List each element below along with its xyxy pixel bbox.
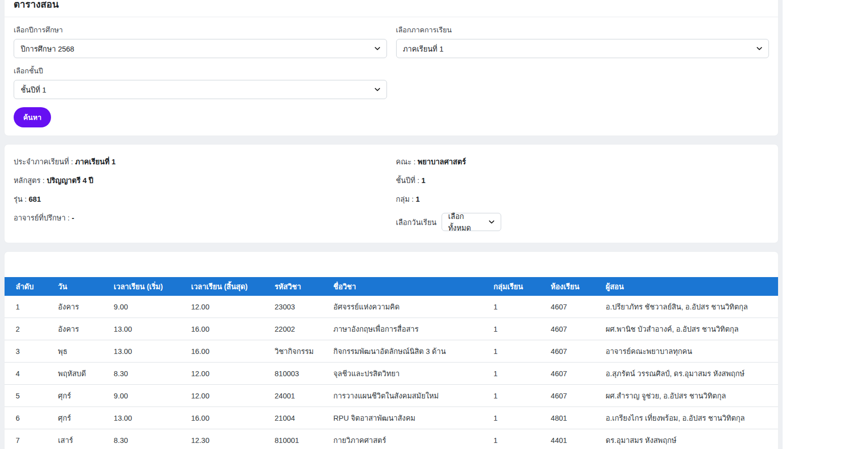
table-cell: 24001 xyxy=(268,385,326,407)
table-cell: 1 xyxy=(487,296,544,318)
chevron-down-icon xyxy=(374,86,381,93)
table-cell: 16.00 xyxy=(184,340,267,363)
semester-select[interactable]: ภาคเรียนที่ 1 xyxy=(396,39,769,58)
table-cell: 1 xyxy=(487,340,544,363)
info-card: ประจำภาคเรียนที่ : ภาคเรียนที่ 1หลักสูตร… xyxy=(4,144,779,243)
column-header: ชื่อวิชา xyxy=(326,277,487,296)
table-cell: ผศ.สำราญ จูช่วย, อ.อัปสร ชานวิทิตกุล xyxy=(599,385,778,407)
semester-label: เลือกภาคการเรียน xyxy=(396,24,769,35)
year-level-label: เลือกชั้นปี xyxy=(14,65,387,76)
table-cell: 1 xyxy=(5,296,51,318)
column-header: เวลาเรียน (เริ่ม) xyxy=(107,277,184,296)
table-cell: กายวิภาคศาสตร์ xyxy=(326,429,487,449)
table-cell: 12.30 xyxy=(184,429,267,449)
day-filter-label: เลือกวันเรียน xyxy=(396,216,437,228)
year-field: เลือกปีการศึกษา ปีการศึกษา 2568 xyxy=(14,24,387,58)
table-cell: 8.30 xyxy=(107,429,184,449)
table-cell: 6 xyxy=(5,407,51,429)
info-line: คณะ : พยาบาลศาสตร์ xyxy=(396,157,769,167)
table-cell: 4607 xyxy=(544,385,599,407)
table-cell: 9.00 xyxy=(107,296,184,318)
table-cell: ภาษาอังกฤษเพื่อการสื่อสาร xyxy=(326,318,487,340)
table-cell: 4607 xyxy=(544,318,599,340)
table-cell: ศุกร์ xyxy=(51,385,107,407)
table-cell: จุลชีวและปรสิตวิทยา xyxy=(326,363,487,385)
semester-select-value: ภาคเรียนที่ 1 xyxy=(403,43,444,55)
table-row: 3พุธ13.0016.00วิชากิจกรรมกิจกรรมพัฒนาอัต… xyxy=(5,340,778,363)
table-cell: 13.00 xyxy=(107,340,184,363)
table-cell: กิจกรรมพัฒนาอัตลักษณ์นิสิต 3 ด้าน xyxy=(326,340,487,363)
table-cell: 1 xyxy=(487,407,544,429)
page-title: ตารางสอน xyxy=(14,0,769,12)
filter-card-header: ตารางสอน xyxy=(5,0,778,17)
table-cell: อ.เกรียงไกร เที่ยงพร้อม, อ.อัปสร ชานวิทิ… xyxy=(599,407,778,429)
table-cell: 23003 xyxy=(268,296,326,318)
table-cell: 8.30 xyxy=(107,363,184,385)
filter-card-body: เลือกปีการศึกษา ปีการศึกษา 2568 เลือกภาค… xyxy=(5,17,778,136)
table-cell: เสาร์ xyxy=(51,429,107,449)
table-cell: 21004 xyxy=(268,407,326,429)
table-cell: ศุกร์ xyxy=(51,407,107,429)
table-row: 2อังคาร13.0016.0022002ภาษาอังกฤษเพื่อการ… xyxy=(5,318,778,340)
table-cell: 1 xyxy=(487,385,544,407)
day-select[interactable]: เลือกทั้งหมด xyxy=(442,213,501,231)
table-cell: 1 xyxy=(487,429,544,449)
search-button[interactable]: ค้นหา xyxy=(14,107,51,127)
table-cell: วิชากิจกรรม xyxy=(268,340,326,363)
page: ตารางสอน เลือกปีการศึกษา ปีการศึกษา 2568… xyxy=(0,0,783,449)
info-line: รุ่น : 681 xyxy=(14,194,387,204)
table-cell: อาจารย์คณะพยาบาลทุกคน xyxy=(599,340,778,363)
filter-card: ตารางสอน เลือกปีการศึกษา ปีการศึกษา 2568… xyxy=(4,0,779,136)
table-row: 4พฤหัสบดี8.3012.00810003จุลชีวและปรสิตวิ… xyxy=(5,363,778,385)
schedule-table: ลำดับวันเวลาเรียน (เริ่ม)เวลาเรียน (สิ้น… xyxy=(5,277,778,449)
info-left-column: ประจำภาคเรียนที่ : ภาคเรียนที่ 1หลักสูตร… xyxy=(14,157,387,232)
table-cell: อ.ปรียาภัทร ชัชวาลย์สิน, อ.อัปสร ชานวิทิ… xyxy=(599,296,778,318)
table-cell: อ.สุภรัตน์ วรรณศิลป์, ดร.อุมาสมร หังสพฤก… xyxy=(599,363,778,385)
year-select-value: ปีการศึกษา 2568 xyxy=(21,43,74,55)
table-header-row: ลำดับวันเวลาเรียน (เริ่ม)เวลาเรียน (สิ้น… xyxy=(5,277,778,296)
day-filter: เลือกวันเรียน เลือกทั้งหมด xyxy=(396,213,769,231)
year-level-select-value: ชั้นปีที่ 1 xyxy=(21,84,46,96)
year-select[interactable]: ปีการศึกษา 2568 xyxy=(14,39,387,58)
table-cell: 810001 xyxy=(268,429,326,449)
table-cell: 4607 xyxy=(544,363,599,385)
table-cell: RPU จิตอาสาพัฒนาสังคม xyxy=(326,407,487,429)
chevron-down-icon xyxy=(756,45,763,52)
table-cell: ผศ.พานิช บัวสำอางค์, อ.อัปสร ชานวิทิตกุล xyxy=(599,318,778,340)
year-level-select[interactable]: ชั้นปีที่ 1 xyxy=(14,80,387,99)
table-cell: 12.00 xyxy=(184,363,267,385)
table-cell: อัศจรรย์แห่งความคิด xyxy=(326,296,487,318)
table-cell: 4 xyxy=(5,363,51,385)
table-row: 1อังคาร9.0012.0023003อัศจรรย์แห่งความคิด… xyxy=(5,296,778,318)
year-label: เลือกปีการศึกษา xyxy=(14,24,387,35)
table-cell: 1 xyxy=(487,318,544,340)
table-cell: 2 xyxy=(5,318,51,340)
info-line: ประจำภาคเรียนที่ : ภาคเรียนที่ 1 xyxy=(14,157,387,167)
table-cell: การวางแผนชีวิตในสังคมสมัยใหม่ xyxy=(326,385,487,407)
info-line: ชั้นปีที่ : 1 xyxy=(396,175,769,186)
table-cell: 9.00 xyxy=(107,385,184,407)
table-cell: 4801 xyxy=(544,407,599,429)
table-cell: 810003 xyxy=(268,363,326,385)
table-row: 6ศุกร์13.0016.0021004RPU จิตอาสาพัฒนาสัง… xyxy=(5,407,778,429)
year-level-field: เลือกชั้นปี ชั้นปีที่ 1 xyxy=(14,65,387,99)
table-cell: 16.00 xyxy=(184,318,267,340)
table-cell: 3 xyxy=(5,340,51,363)
column-header: รหัสวิชา xyxy=(268,277,326,296)
column-header: ห้องเรียน xyxy=(544,277,599,296)
info-line: กลุ่ม : 1 xyxy=(396,194,769,204)
table-cell: พุธ xyxy=(51,340,107,363)
table-cell: 12.00 xyxy=(184,296,267,318)
table-cell: 22002 xyxy=(268,318,326,340)
chevron-down-icon xyxy=(374,45,381,52)
chevron-down-icon xyxy=(488,218,495,226)
table-cell: 7 xyxy=(5,429,51,449)
schedule-table-card: ลำดับวันเวลาเรียน (เริ่ม)เวลาเรียน (สิ้น… xyxy=(4,251,779,449)
table-cell: 4401 xyxy=(544,429,599,449)
table-row: 5ศุกร์9.0012.0024001การวางแผนชีวิตในสังค… xyxy=(5,385,778,407)
table-cell: อังคาร xyxy=(51,318,107,340)
column-header: เวลาเรียน (สิ้นสุด) xyxy=(184,277,267,296)
table-cell: อังคาร xyxy=(51,296,107,318)
table-cell: 13.00 xyxy=(107,318,184,340)
table-row: 7เสาร์8.3012.30810001กายวิภาคศาสตร์14401… xyxy=(5,429,778,449)
